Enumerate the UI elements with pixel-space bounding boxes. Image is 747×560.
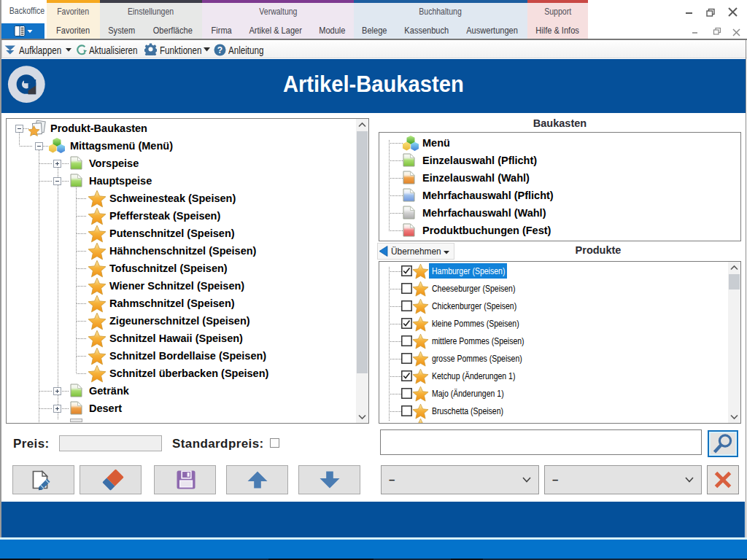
svg-text:?: ? [217,45,222,55]
